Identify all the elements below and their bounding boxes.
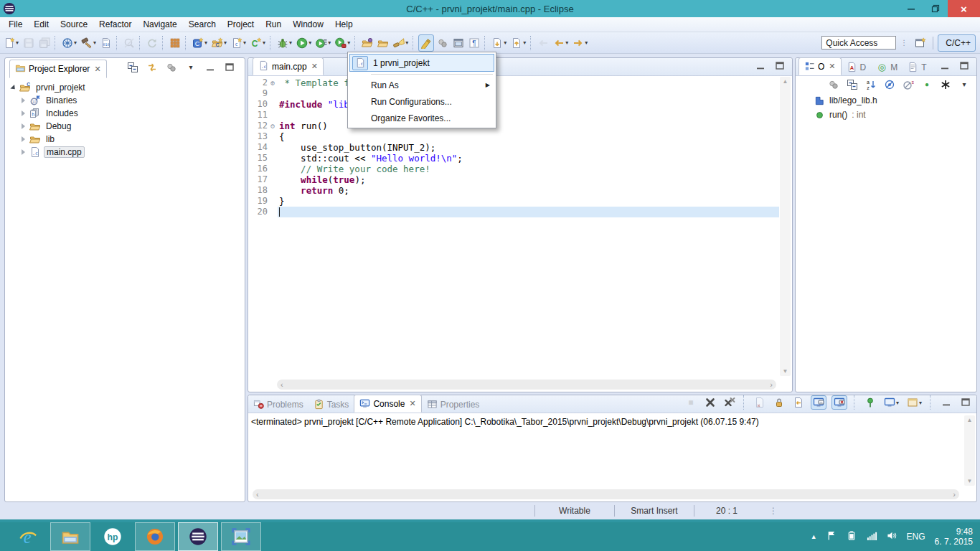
build-button[interactable]: ▾ bbox=[80, 35, 98, 51]
run-menu-item-run-as[interactable]: Run As▶ bbox=[349, 77, 494, 93]
fold-marker-icon[interactable]: ⊕ bbox=[268, 77, 278, 88]
minimize-view-button[interactable] bbox=[939, 396, 953, 409]
close-icon[interactable]: ✕ bbox=[829, 62, 835, 71]
hide-non-public-button[interactable]: ● bbox=[920, 77, 934, 93]
sort-az-button[interactable]: az bbox=[864, 77, 878, 93]
outline-item-lib-lego-lib-h[interactable]: lib/lego_lib.h bbox=[796, 93, 976, 108]
tree-item-prvni-projekt[interactable]: Cprvni_projekt bbox=[8, 81, 243, 94]
action-center-icon[interactable] bbox=[826, 530, 837, 543]
menu-navigate[interactable]: Navigate bbox=[137, 18, 182, 31]
link-with-editor-button[interactable] bbox=[145, 61, 159, 74]
open-project-button[interactable] bbox=[360, 35, 374, 51]
restore-view-button[interactable] bbox=[958, 396, 973, 409]
dropdown-caret-icon[interactable]: ▾ bbox=[224, 39, 227, 46]
minimize-view-button[interactable] bbox=[753, 60, 768, 72]
restore-view-button[interactable] bbox=[222, 61, 237, 74]
taskbar-photos[interactable] bbox=[221, 522, 261, 551]
restore-view-button[interactable] bbox=[773, 60, 787, 72]
open-perspective-button[interactable] bbox=[913, 35, 928, 51]
back-button[interactable]: ▾ bbox=[552, 35, 570, 51]
run-menu-item-1-prvni-projekt[interactable]: .c1 prvni_projekt bbox=[349, 54, 494, 72]
editor-tab-main-cpp[interactable]: .c main.cpp ✕ bbox=[253, 57, 324, 75]
new-wizard-button[interactable]: ▾ bbox=[2, 35, 20, 51]
quick-access-input[interactable]: Quick Access bbox=[821, 36, 896, 50]
close-icon[interactable]: ✕ bbox=[311, 62, 318, 71]
binary-file-button[interactable]: 010 bbox=[99, 35, 113, 51]
network-signal-icon[interactable] bbox=[867, 530, 877, 543]
console-tab-properties[interactable]: Properties bbox=[422, 396, 485, 413]
open-folder-button[interactable] bbox=[376, 35, 390, 51]
menu-file[interactable]: File bbox=[3, 18, 28, 31]
word-wrap-button[interactable] bbox=[791, 396, 806, 409]
hide-fields-button[interactable] bbox=[882, 77, 897, 93]
dropdown-caret-icon[interactable]: ▾ bbox=[289, 39, 292, 46]
expand-twisty-icon[interactable] bbox=[21, 98, 27, 104]
tree-item-main-cpp[interactable]: .cmain.cpp bbox=[8, 146, 243, 159]
dropdown-caret-icon[interactable]: ▾ bbox=[896, 400, 899, 406]
dropdown-caret-icon[interactable]: ▾ bbox=[204, 39, 207, 46]
tree-item-binaries[interactable]: 10Binaries bbox=[8, 94, 243, 107]
target-wheel-button[interactable]: ▾ bbox=[60, 35, 78, 51]
language-indicator[interactable]: ENG bbox=[907, 532, 925, 542]
expand-twisty-icon[interactable] bbox=[21, 136, 27, 143]
dropdown-caret-icon[interactable]: ▾ bbox=[565, 39, 568, 46]
close-icon[interactable]: ✕ bbox=[409, 399, 415, 408]
minimize-view-button[interactable] bbox=[938, 60, 952, 72]
menu-search[interactable]: Search bbox=[183, 18, 222, 31]
tray-clock[interactable]: 9:48 6. 7. 2015 bbox=[935, 527, 973, 547]
menu-help[interactable]: Help bbox=[329, 18, 359, 31]
dropdown-caret-icon[interactable]: ▾ bbox=[919, 400, 922, 406]
show-stdout-button[interactable] bbox=[811, 395, 826, 410]
minimize-view-button[interactable] bbox=[203, 61, 217, 74]
view-caret-button[interactable]: ▾ bbox=[184, 61, 198, 74]
forward-button[interactable]: ▾ bbox=[571, 35, 589, 51]
new-c-folder-button[interactable]: C▾ bbox=[210, 35, 228, 51]
show-view-button[interactable] bbox=[451, 35, 466, 51]
restore-view-button[interactable] bbox=[957, 60, 971, 72]
menu-refactor[interactable]: Refactor bbox=[93, 18, 137, 31]
project-explorer-tab[interactable]: Project Explorer ✕ bbox=[9, 60, 107, 78]
taskbar-firefox[interactable] bbox=[135, 522, 175, 551]
code-text[interactable]: use_stop_button(INPUT_2); bbox=[278, 142, 779, 153]
prev-annotation-button[interactable]: ▾ bbox=[509, 35, 527, 51]
menu-edit[interactable]: Edit bbox=[28, 18, 55, 31]
dropdown-caret-icon[interactable]: ▾ bbox=[93, 39, 96, 46]
fold-marker-icon[interactable]: ⊖ bbox=[268, 121, 278, 131]
open-console-button[interactable]: ▾ bbox=[905, 396, 923, 409]
run-button[interactable]: ▾ bbox=[295, 35, 313, 51]
pin-console-button[interactable] bbox=[863, 396, 877, 409]
new-c-file-button[interactable]: c▾ bbox=[230, 35, 248, 51]
remove-launch-button[interactable] bbox=[703, 396, 717, 409]
outline-tab-d[interactable]: AD bbox=[842, 59, 872, 75]
code-text[interactable]: } bbox=[278, 196, 779, 207]
dropdown-caret-icon[interactable]: ▾ bbox=[74, 39, 77, 46]
code-text[interactable] bbox=[278, 207, 779, 217]
console-grid-button[interactable] bbox=[168, 35, 182, 51]
tray-expand-icon[interactable]: ▲ bbox=[811, 533, 817, 540]
taskbar-file-explorer[interactable] bbox=[50, 522, 90, 551]
expand-twisty-icon[interactable] bbox=[21, 123, 27, 130]
tree-item-lib[interactable]: lib bbox=[8, 133, 243, 146]
mark-occurrences-button[interactable] bbox=[418, 34, 434, 52]
next-annotation-button[interactable]: ▾ bbox=[490, 35, 508, 51]
view-menu-button[interactable] bbox=[826, 77, 841, 93]
dropdown-caret-icon[interactable]: ▾ bbox=[16, 39, 19, 46]
view-menu-button[interactable] bbox=[164, 61, 179, 74]
menu-source[interactable]: Source bbox=[55, 18, 93, 31]
link-pair-button[interactable] bbox=[435, 35, 450, 51]
volume-icon[interactable] bbox=[887, 530, 897, 543]
filters-button[interactable] bbox=[938, 77, 953, 93]
dropdown-caret-icon[interactable]: ▾ bbox=[405, 39, 408, 46]
profile-button[interactable]: ▾ bbox=[334, 35, 352, 51]
search-torch-button[interactable]: ▾ bbox=[392, 35, 410, 51]
editor-vertical-scrollbar[interactable]: ▲▼ bbox=[780, 77, 791, 376]
taskbar-internet-explorer[interactable]: e bbox=[9, 523, 47, 550]
run-external-button[interactable]: ▾ bbox=[314, 35, 332, 51]
dropdown-caret-icon[interactable]: ▾ bbox=[263, 39, 265, 46]
tree-item-debug[interactable]: Debug bbox=[8, 120, 243, 133]
console-horizontal-scrollbar[interactable]: ‹› bbox=[253, 489, 959, 499]
hide-static-button[interactable]: s bbox=[901, 77, 915, 93]
console-tab-console[interactable]: Console✕ bbox=[354, 395, 421, 413]
menu-window[interactable]: Window bbox=[287, 18, 329, 31]
run-menu-item-run-configurations[interactable]: Run Configurations... bbox=[349, 93, 494, 110]
